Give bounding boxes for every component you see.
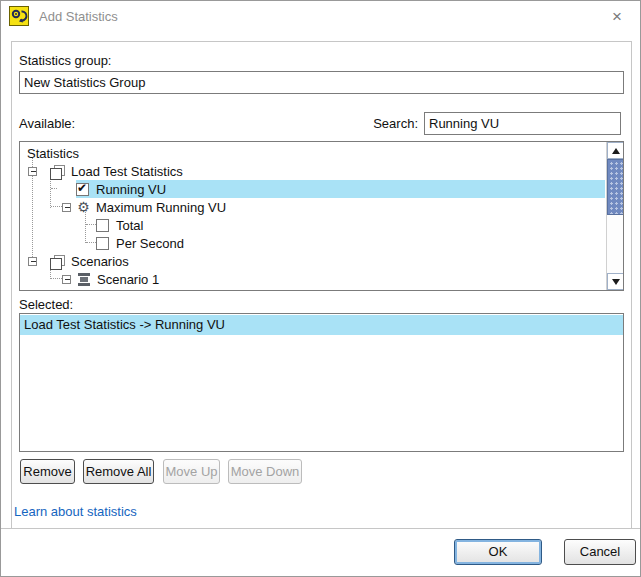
cancel-button[interactable]: Cancel <box>564 539 636 565</box>
report-icon <box>50 165 64 178</box>
tree-vertical-scrollbar[interactable] <box>606 142 623 290</box>
tree-connector <box>86 242 96 243</box>
tree-connector <box>51 206 62 207</box>
add-statistics-dialog: Add Statistics × Statistics group: Avail… <box>0 0 641 577</box>
tree-node-maximum-running-vu[interactable]: ⚙ Maximum Running VU <box>62 198 229 216</box>
scrollbar-thumb[interactable] <box>607 159 624 215</box>
report-icon <box>50 255 64 268</box>
app-logo-icon <box>9 6 29 26</box>
dialog-title: Add Statistics <box>39 9 118 24</box>
title-bar: Add Statistics × <box>1 1 640 32</box>
tree-connector <box>50 178 51 208</box>
tree-connector <box>51 188 57 189</box>
tree-connector <box>51 278 62 279</box>
search-input[interactable] <box>424 112 621 135</box>
tree-connector <box>86 224 96 225</box>
tree-node-label: Total <box>113 218 146 233</box>
scroll-down-button[interactable] <box>607 273 624 290</box>
available-label: Available: <box>19 116 75 131</box>
ok-button[interactable]: OK <box>454 539 542 565</box>
checkbox-checked-icon[interactable] <box>76 183 89 196</box>
collapse-icon[interactable] <box>62 203 71 212</box>
checkbox-unchecked-icon[interactable] <box>96 237 109 250</box>
move-down-button[interactable]: Move Down <box>228 459 302 484</box>
remove-all-button[interactable]: Remove All <box>83 459 154 484</box>
tree-node-scenario-1[interactable]: Scenario 1 <box>62 270 162 288</box>
tree-node-label: Maximum Running VU <box>93 200 229 215</box>
scenario-icon <box>78 273 90 286</box>
footer-divider <box>1 528 641 529</box>
tree-node-scenarios[interactable]: Scenarios <box>28 252 132 270</box>
tree-node-running-vu[interactable]: Running VU <box>76 180 605 198</box>
collapse-icon[interactable] <box>28 257 37 266</box>
statistics-group-label: Statistics group: <box>19 53 112 68</box>
statistics-group-input[interactable] <box>19 71 624 94</box>
tree-content: Statistics Load Test Statistics Running … <box>20 142 606 290</box>
gear-icon: ⚙ <box>76 200 91 215</box>
available-statistics-tree[interactable]: Statistics Load Test Statistics Running … <box>19 141 624 291</box>
move-up-button[interactable]: Move Up <box>163 459 220 484</box>
selected-list[interactable]: Load Test Statistics -> Running VU <box>19 313 624 452</box>
scroll-up-button[interactable] <box>607 142 624 159</box>
collapse-icon[interactable] <box>62 275 71 284</box>
tree-node-total[interactable]: Total <box>96 216 146 234</box>
arrow-up-icon <box>612 148 620 154</box>
tree-root-statistics[interactable]: Statistics <box>24 144 82 162</box>
tree-node-label: Load Test Statistics <box>68 164 186 179</box>
tree-node-load-test-statistics[interactable]: Load Test Statistics <box>28 162 186 180</box>
tree-node-label: Scenarios <box>68 254 132 269</box>
tree-node-label: Running VU <box>93 182 169 197</box>
tree-node-per-second[interactable]: Per Second <box>96 234 187 252</box>
search-label: Search: <box>358 116 418 131</box>
close-icon[interactable]: × <box>606 6 628 28</box>
checkbox-unchecked-icon[interactable] <box>96 219 109 232</box>
selected-list-item[interactable]: Load Test Statistics -> Running VU <box>20 315 623 335</box>
tree-node-label: Scenario 1 <box>94 272 162 287</box>
tree-root-label: Statistics <box>24 146 82 161</box>
collapse-icon[interactable] <box>28 167 37 176</box>
arrow-down-icon <box>612 279 620 285</box>
learn-about-statistics-link[interactable]: Learn about statistics <box>14 504 137 519</box>
selected-label: Selected: <box>19 297 73 312</box>
tree-node-label: Per Second <box>113 236 187 251</box>
remove-button[interactable]: Remove <box>20 459 75 484</box>
